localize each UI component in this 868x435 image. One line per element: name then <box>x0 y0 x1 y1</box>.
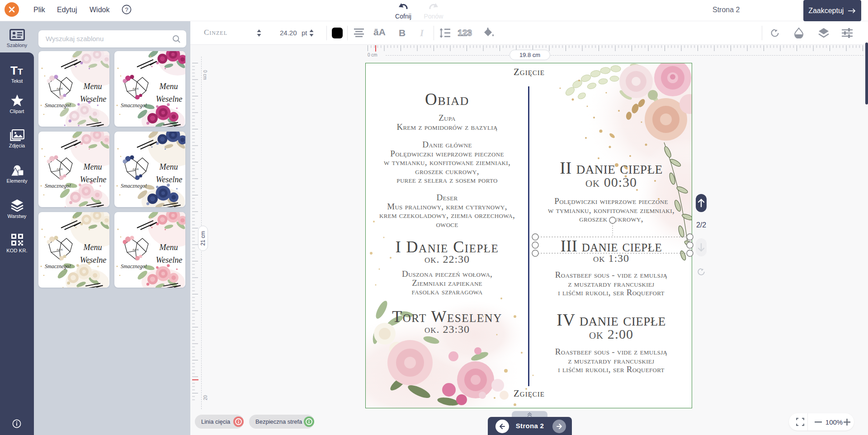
svg-text:Menu: Menu <box>83 82 102 91</box>
svg-text:A&K: A&K <box>56 167 63 171</box>
svg-text:Menu: Menu <box>83 243 102 252</box>
svg-text:Smacznego!: Smacznego! <box>45 183 71 189</box>
svg-text:A&K: A&K <box>56 248 63 251</box>
svg-text:?: ? <box>125 6 128 13</box>
svg-text:Weselne: Weselne <box>156 95 182 104</box>
svg-text:Weselne: Weselne <box>80 95 106 104</box>
svg-text:Weselne: Weselne <box>156 255 182 265</box>
svg-text:Menu: Menu <box>159 82 178 91</box>
svg-text:Smacznego!: Smacznego! <box>121 102 147 109</box>
svg-text:Weselne: Weselne <box>80 175 106 184</box>
svg-text:T: T <box>18 67 23 76</box>
svg-text:Smacznego!: Smacznego! <box>45 102 71 109</box>
svg-text:Menu: Menu <box>159 162 178 171</box>
svg-text:Weselne: Weselne <box>156 175 182 184</box>
svg-text:Smacznego!: Smacznego! <box>121 183 147 189</box>
svg-text:Weselne: Weselne <box>80 255 106 265</box>
svg-text:Menu: Menu <box>159 243 178 252</box>
svg-text:A&K: A&K <box>132 248 139 251</box>
svg-text:Smacznego!: Smacznego! <box>45 263 71 270</box>
svg-text:A&K: A&K <box>56 87 63 90</box>
svg-text:A&K: A&K <box>132 87 139 90</box>
svg-text:T: T <box>10 65 18 76</box>
svg-text:Smacznego!: Smacznego! <box>121 263 147 270</box>
svg-text:A&K: A&K <box>132 167 139 171</box>
svg-text:Menu: Menu <box>83 162 102 171</box>
svg-text:123: 123 <box>458 28 472 38</box>
